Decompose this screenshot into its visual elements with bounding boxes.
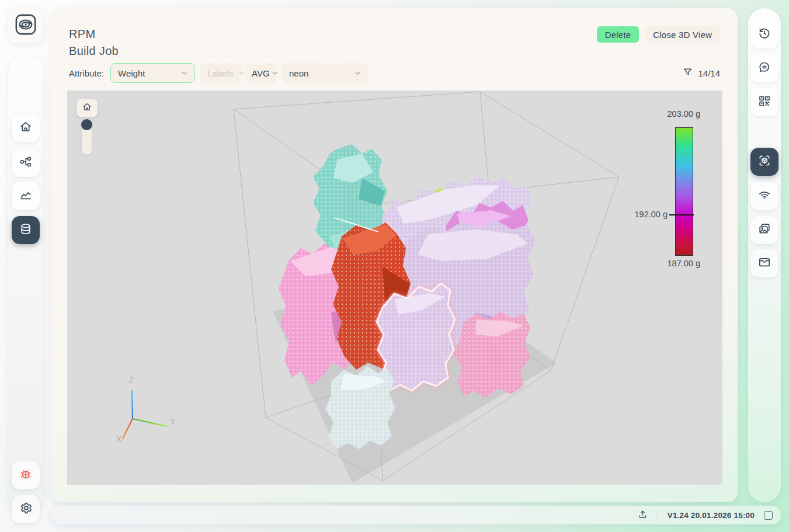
tool-item-chat[interactable]	[750, 54, 778, 82]
sidebar-item-chart[interactable]	[12, 182, 40, 210]
bounding-box-edge	[234, 109, 266, 418]
chevron-down-icon	[270, 69, 279, 78]
bounding-box-edge	[551, 177, 619, 371]
chart-icon	[19, 188, 33, 204]
right-sidebar	[748, 8, 781, 502]
sidebar-item-hierarchy[interactable]	[12, 149, 40, 177]
home-icon	[19, 120, 33, 136]
main-panel: RPM Build Job Delete Close 3D View Attri…	[51, 8, 738, 502]
viewport-home-button[interactable]	[77, 99, 98, 117]
axis-label-x: X	[116, 434, 122, 444]
aggregation-select-value: AVG	[252, 68, 270, 78]
part-pink-right[interactable]	[454, 311, 530, 398]
delete-button[interactable]: Delete	[597, 26, 639, 43]
tool-item-gallery[interactable]	[750, 216, 778, 244]
divider	[658, 510, 658, 520]
colorbar-max-label: 203.00 g	[627, 109, 700, 119]
attribute-label: Attribute:	[69, 68, 104, 78]
page-title: RPM Build Job	[69, 26, 119, 60]
labels-select[interactable]: Labels	[200, 63, 241, 83]
sidebar-item-database-active[interactable]	[12, 216, 40, 244]
scan3d-icon	[757, 154, 771, 170]
axis-line	[133, 419, 166, 426]
aggregation-select[interactable]: AVG	[246, 63, 277, 83]
page-title-app: RPM	[69, 26, 119, 43]
sidebar-item-bug[interactable]	[12, 461, 40, 489]
version-checkbox[interactable]	[764, 511, 773, 520]
3d-scene[interactable]: ZYX	[67, 91, 722, 485]
sidebar-item-gear[interactable]	[12, 495, 40, 523]
tool-item-history[interactable]	[750, 20, 778, 48]
logo-eye-icon	[13, 12, 39, 40]
tool-item-wifi[interactable]	[750, 182, 778, 210]
filter-control[interactable]: 14/14	[682, 63, 720, 83]
tool-item-qr[interactable]	[750, 88, 778, 116]
colorbar-current-label: 192.00 g	[595, 210, 668, 219]
gear-icon	[19, 501, 33, 517]
colorbar-gradient	[675, 127, 693, 256]
gallery-icon	[757, 222, 771, 238]
chevron-down-icon	[180, 69, 189, 78]
chevron-down-icon	[238, 69, 246, 78]
labels-select-value: Labels	[207, 68, 233, 78]
database-icon	[19, 222, 33, 238]
attribute-select-value: Weight	[118, 68, 145, 78]
colormap-select[interactable]: neon	[282, 63, 368, 83]
attribute-toolbar: Attribute: Weight Labels AVG neon	[69, 63, 373, 83]
wifi-icon	[757, 188, 771, 204]
axis-label-z: Z	[129, 375, 134, 384]
page-title-sub: Build Job	[69, 43, 119, 60]
upload-icon[interactable]	[637, 509, 648, 522]
hierarchy-icon	[19, 155, 33, 171]
chat-icon	[757, 60, 771, 77]
bug-icon	[19, 467, 33, 484]
header-buttons: Delete Close 3D View	[597, 26, 720, 43]
chevron-down-icon	[353, 69, 362, 78]
part-paleblue[interactable]	[325, 366, 395, 449]
colormap-select-value: neon	[289, 68, 308, 78]
3d-viewport[interactable]: ZYX 203.00 g 192.00 g 187.00 g	[67, 91, 722, 485]
axis-line	[132, 391, 133, 419]
qr-icon	[757, 94, 771, 110]
axis-line	[123, 419, 133, 439]
home-icon	[82, 102, 92, 114]
close-3d-view-button[interactable]: Close 3D View	[645, 26, 720, 43]
inbox-icon	[757, 255, 771, 272]
sidebar-item-home[interactable]	[12, 114, 40, 142]
bounding-box-edge	[234, 92, 480, 109]
axis-label-y: Y	[170, 417, 176, 426]
status-bar: V1.24 20.01.2026 15:00	[51, 506, 781, 524]
bounding-box-edge	[480, 92, 619, 177]
left-sidebar	[8, 55, 43, 514]
version-text: V1.24 20.01.2026 15:00	[668, 511, 755, 520]
colorbar-min-label: 187.00 g	[627, 259, 700, 268]
filter-funnel-icon	[682, 67, 693, 80]
history-icon	[757, 26, 771, 43]
zoom-slider-knob[interactable]	[81, 119, 92, 130]
tool-item-scan3d-active[interactable]	[750, 148, 778, 176]
app-root: { "header": { "title_line1": "RPM", "tit…	[0, 0, 789, 532]
colorbar-current-tick	[669, 214, 694, 215]
tool-item-inbox[interactable]	[750, 249, 778, 277]
app-logo	[8, 8, 43, 43]
filter-count: 14/14	[698, 68, 720, 78]
attribute-select[interactable]: Weight	[110, 63, 195, 83]
